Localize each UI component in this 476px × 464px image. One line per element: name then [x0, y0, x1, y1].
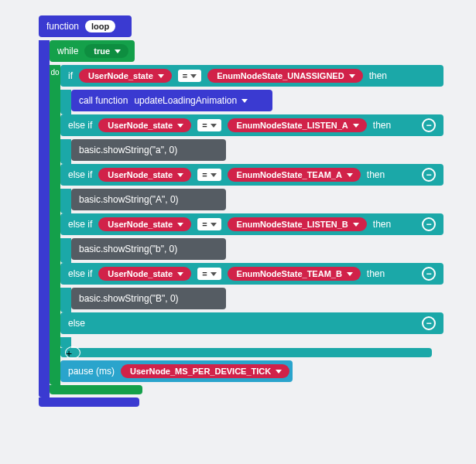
- function-name-chip[interactable]: loop: [85, 20, 115, 32]
- enum-pill[interactable]: EnumNodeState_LISTEN_A: [228, 118, 367, 132]
- op-dropdown[interactable]: =: [197, 119, 221, 131]
- enum-pill[interactable]: EnumNodeState_UNASSIGNED: [207, 69, 362, 83]
- op-dropdown[interactable]: =: [197, 169, 221, 181]
- pause-block[interactable]: pause (ms) UserNode_MS_PER_DEVICE_TICK: [60, 360, 293, 382]
- function-rail: [39, 40, 50, 397]
- var-pill[interactable]: UserNode_state: [98, 267, 191, 281]
- while-keyword: while: [57, 46, 78, 56]
- else-block[interactable]: else −: [60, 312, 443, 334]
- op-dropdown[interactable]: =: [197, 218, 221, 230]
- statement-block[interactable]: basic.showString("B", 0): [71, 288, 226, 309]
- while-rail: do: [50, 65, 60, 385]
- statement-block[interactable]: basic.showString("a", 0): [71, 139, 226, 161]
- while-block[interactable]: while true: [50, 40, 135, 62]
- remove-branch-icon[interactable]: −: [422, 168, 436, 182]
- op-dropdown[interactable]: =: [178, 70, 201, 82]
- elseif-block-3[interactable]: else if UserNode_state = EnumNodeState_T…: [60, 164, 443, 186]
- statement-block[interactable]: basic.showString("A", 0): [71, 189, 226, 210]
- enum-pill[interactable]: EnumNodeState_TEAM_A: [228, 168, 361, 182]
- remove-branch-icon[interactable]: −: [422, 316, 436, 330]
- elseif-block-4[interactable]: else if UserNode_state = EnumNodeState_L…: [60, 213, 443, 235]
- call-function-block[interactable]: call function updateLoadingAnimation: [71, 90, 272, 111]
- enum-pill[interactable]: EnumNodeState_TEAM_B: [228, 267, 361, 281]
- if-bottom-rail: +: [60, 348, 432, 357]
- while-bottom-rail: [50, 385, 142, 394]
- var-pill[interactable]: UserNode_state: [98, 118, 191, 132]
- enum-pill[interactable]: EnumNodeState_LISTEN_B: [228, 217, 367, 231]
- elseif-block-5[interactable]: else if UserNode_state = EnumNodeState_T…: [60, 263, 443, 285]
- function-keyword: function: [46, 21, 79, 32]
- statement-block[interactable]: basic.showString("b", 0): [71, 238, 226, 260]
- var-pill[interactable]: UserNode_state: [98, 168, 191, 182]
- var-pill[interactable]: UserNode_state: [98, 217, 191, 231]
- elseif-block-2[interactable]: else if UserNode_state = EnumNodeState_L…: [60, 114, 443, 136]
- function-bottom-rail: [39, 397, 139, 407]
- call-fn-name[interactable]: updateLoadingAnimation: [134, 95, 248, 106]
- remove-branch-icon[interactable]: −: [422, 267, 436, 281]
- if-block-1[interactable]: if UserNode_state = EnumNodeState_UNASSI…: [60, 65, 443, 87]
- function-def-block[interactable]: function loop: [39, 15, 132, 37]
- var-pill[interactable]: UserNode_state: [79, 69, 172, 83]
- remove-branch-icon[interactable]: −: [422, 217, 436, 231]
- remove-branch-icon[interactable]: −: [422, 118, 436, 132]
- while-condition-pill[interactable]: true: [84, 44, 128, 58]
- pause-arg-pill[interactable]: UserNode_MS_PER_DEVICE_TICK: [121, 364, 289, 378]
- add-branch-icon[interactable]: +: [65, 346, 80, 359]
- op-dropdown[interactable]: =: [197, 268, 221, 280]
